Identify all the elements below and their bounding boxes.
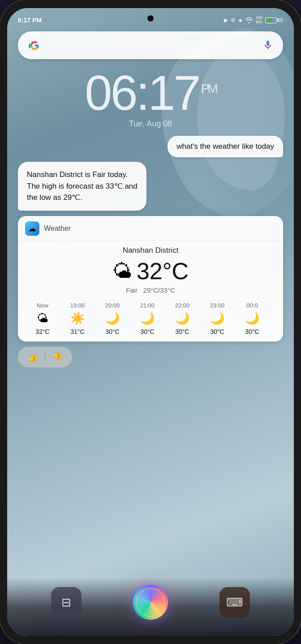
hour-label: 20:00 <box>105 302 120 309</box>
status-icons: ▶ ⚙ ◈ 150 B/S 55 <box>224 16 283 25</box>
hour-label: 21:00 <box>140 302 155 309</box>
clock-digits: 06:17 <box>85 65 199 120</box>
hour-temp: 30°C <box>175 328 189 335</box>
hour-item: 21:00 🌙 30°C <box>130 302 165 335</box>
hour-item: 22:00 🌙 30°C <box>165 302 200 335</box>
hour-temp: 30°C <box>210 328 224 335</box>
weather-app-label: Weather <box>44 225 71 233</box>
hour-icon: 🌙 <box>175 311 189 325</box>
bottom-nav: ⊟ ⌨ <box>7 578 294 636</box>
water-icon: ◈ <box>238 17 242 23</box>
weather-app-icon: ☁ <box>25 221 39 236</box>
main-content: 06:17PM Tue, Aug 08 what's the weather l… <box>7 31 294 367</box>
hour-temp: 30°C <box>140 328 154 335</box>
hour-item: Now 🌤 32°C <box>25 302 60 335</box>
google-search-bar[interactable] <box>18 31 283 59</box>
thumbs-up-button[interactable]: 👍 <box>25 350 40 364</box>
weather-condition-text: Fair <box>126 286 138 294</box>
keyboard-icon: ⌨ <box>226 596 243 609</box>
hour-label: 19:00 <box>70 302 85 309</box>
battery-indicator: 55 <box>265 17 283 23</box>
video-icon: ▶ <box>224 17 228 23</box>
hourly-forecast: Now 🌤 32°C 19:00 ☀️ 31°C 20:00 🌙 30°C 21… <box>18 298 283 335</box>
ai-message: Nanshan District is Fair today. The high… <box>18 162 283 211</box>
hour-icon: 🌙 <box>210 311 224 325</box>
assistant-button[interactable] <box>133 585 168 620</box>
hour-label: 00:0 <box>246 302 258 309</box>
phone-device: 6:17 PM ▶ ⚙ ◈ 150 B/S <box>0 0 301 644</box>
hour-item: 00:0 🌙 30°C <box>235 302 270 335</box>
hour-icon: 🌙 <box>105 311 120 325</box>
hour-icon: 🌤 <box>37 311 48 325</box>
keyboard-button[interactable]: ⌨ <box>219 587 250 618</box>
weather-location: Nanshan District <box>18 246 283 255</box>
feedback-divider <box>45 353 45 362</box>
hour-icon: ☀️ <box>70 311 85 325</box>
weather-temp-row: 🌤 32°C <box>18 258 283 285</box>
hour-icon: 🌙 <box>140 311 155 325</box>
camera-notch <box>147 15 154 22</box>
weather-condition-icon: 🌤 <box>112 260 132 282</box>
settings-icon: ⚙ <box>231 17 236 23</box>
hour-label: 22:00 <box>175 302 190 309</box>
clock-display: 06:17PM <box>18 68 283 117</box>
weather-temp-range: 29°C/33°C <box>143 286 175 294</box>
user-bubble-text: what's the weather like today <box>168 136 283 157</box>
hour-item: 23:00 🌙 30°C <box>200 302 235 335</box>
status-time: 6:17 PM <box>18 17 42 24</box>
feedback-pill: 👍 👎 <box>18 347 72 367</box>
hour-item: 20:00 🌙 30°C <box>95 302 130 335</box>
clock-widget: 06:17PM Tue, Aug 08 <box>18 68 283 129</box>
hour-item: 19:00 ☀️ 31°C <box>60 302 95 335</box>
clock-date: Tue, Aug 08 <box>18 119 283 129</box>
weather-condition-range: Fair 29°C/33°C <box>18 286 283 294</box>
weather-card[interactable]: ☁ Weather Nanshan District 🌤 32°C Fair 2… <box>18 216 283 341</box>
home-icon: ⊟ <box>61 596 71 609</box>
chat-area: what's the weather like today Nanshan Di… <box>18 136 283 367</box>
weather-card-header: ☁ Weather <box>18 216 283 241</box>
hour-label: 23:00 <box>210 302 225 309</box>
hour-label: Now <box>37 302 48 309</box>
phone-screen: 6:17 PM ▶ ⚙ ◈ 150 B/S <box>7 8 294 636</box>
weather-temperature: 32°C <box>137 258 189 285</box>
thumbs-down-button[interactable]: 👎 <box>50 350 65 364</box>
mic-icon[interactable] <box>262 39 274 52</box>
weather-main-info: Nanshan District 🌤 32°C Fair 29°C/33°C <box>18 241 283 298</box>
ai-bubble-text: Nanshan District is Fair today. The high… <box>18 162 146 211</box>
home-button[interactable]: ⊟ <box>51 587 82 618</box>
feedback-area: 👍 👎 <box>18 347 283 367</box>
hour-temp: 31°C <box>70 328 84 335</box>
google-logo <box>27 38 42 53</box>
hour-temp: 30°C <box>105 328 119 335</box>
user-message: what's the weather like today <box>18 136 283 157</box>
speed-indicator: 150 B/S <box>256 16 262 25</box>
wifi-icon <box>245 17 253 23</box>
hour-temp: 30°C <box>245 328 259 335</box>
battery-percent: 55 <box>278 17 283 23</box>
clock-period: PM <box>201 82 216 95</box>
hour-icon: 🌙 <box>245 311 259 325</box>
hour-temp: 32°C <box>35 328 49 335</box>
